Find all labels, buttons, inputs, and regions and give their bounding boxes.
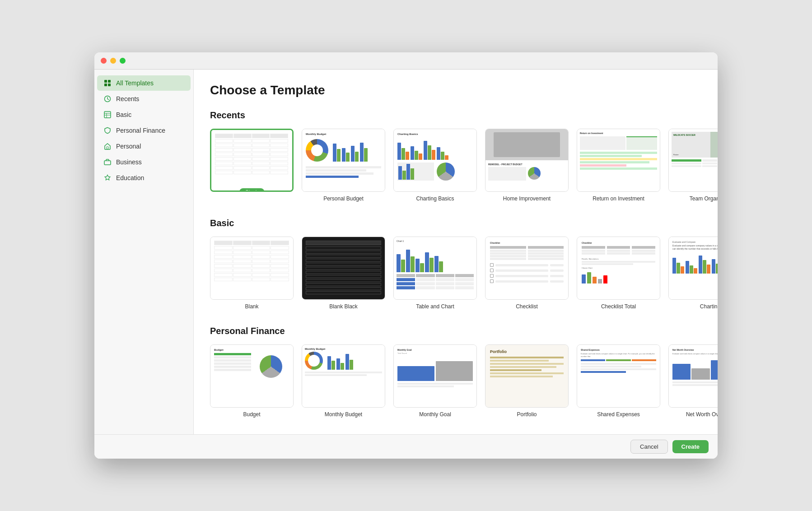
main-container: All Templates Recents <box>94 70 718 434</box>
template-monthly-goal[interactable]: Monthly Goal Total Saved Monthly Goal <box>393 344 477 418</box>
close-button[interactable] <box>101 58 107 64</box>
template-thumb-checklist-total: Checklist <box>577 237 660 300</box>
template-thumb-checklist: Checklist <box>485 237 569 300</box>
sidebar-label-personal-finance: Personal Finance <box>116 127 165 134</box>
template-thumb-charting-basics: Charting Basics <box>393 129 477 192</box>
blank-thumb-content <box>211 130 292 190</box>
template-blank-black[interactable]: Blank Black <box>302 237 385 310</box>
svg-rect-0 <box>104 80 107 83</box>
star-icon <box>103 174 112 182</box>
sidebar-label-education: Education <box>116 174 144 181</box>
sidebar-item-basic[interactable]: Basic <box>97 107 191 122</box>
template-thumb-personal-budget: Monthly Budget <box>302 129 385 192</box>
sidebar-item-personal-finance[interactable]: Personal Finance <box>97 123 191 138</box>
template-team-organizer[interactable]: WILDCATS SOCCER Roster <box>668 129 718 202</box>
template-monthly-budget[interactable]: Monthly Budget <box>302 344 385 418</box>
template-label-budget: Budget <box>243 411 260 418</box>
briefcase-icon <box>103 158 112 166</box>
grid-icon <box>103 79 112 87</box>
template-label-personal-budget: Personal Budget <box>323 195 364 202</box>
template-blank-basic[interactable]: Blank <box>210 237 294 310</box>
template-label-net-worth: Net Worth Overview <box>686 411 718 418</box>
checklist-content: Checklist <box>485 237 568 299</box>
svg-rect-2 <box>104 84 107 86</box>
recents-grid: Blank Monthly Budget <box>210 129 701 202</box>
template-thumb-monthly-goal: Monthly Goal Total Saved <box>393 344 477 408</box>
sidebar-item-education[interactable]: Education <box>97 170 191 186</box>
budget-content: Budget <box>210 345 293 407</box>
svg-rect-5 <box>104 111 111 118</box>
template-label-home-improvement: Home Improvement <box>503 195 551 202</box>
donut-chart <box>306 139 328 162</box>
section-basic: Basic <box>210 218 701 310</box>
shared-expenses-content: Shared Expenses Evaluate and total chart… <box>577 345 660 407</box>
sidebar-item-business[interactable]: Business <box>97 154 191 170</box>
template-label-table-and-chart: Table and Chart <box>416 303 454 310</box>
template-label-blank-basic: Blank <box>245 303 258 310</box>
template-thumb-portfolio: Portfolio <box>485 344 569 408</box>
section-title-recents: Recents <box>210 110 701 121</box>
svg-rect-3 <box>108 84 111 86</box>
template-thumb-home-improvement: REMODEL - PROJECT BUDGET <box>485 129 569 192</box>
cancel-button[interactable]: Cancel <box>630 440 667 454</box>
home-icon <box>103 142 112 150</box>
template-thumb-blank-black <box>302 237 385 300</box>
maximize-button[interactable] <box>120 58 126 64</box>
template-personal-budget[interactable]: Monthly Budget <box>302 129 385 202</box>
personal-finance-grid: Budget <box>210 344 701 418</box>
template-label-charting-basics: Charting Basics <box>416 195 454 202</box>
content-area: Choose a Template Recents <box>194 70 718 434</box>
template-label-monthly-goal: Monthly Goal <box>419 411 451 418</box>
section-title-personal-finance: Personal Finance <box>210 326 701 336</box>
table-chart-content: Chart 1 <box>394 237 476 299</box>
blank-badge: Blank <box>239 188 265 192</box>
section-recents: Recents <box>210 110 701 202</box>
template-charting-basics[interactable]: Charting Basics <box>393 129 477 202</box>
page-title: Choose a Template <box>210 83 701 98</box>
minimize-button[interactable] <box>110 58 116 64</box>
table-icon <box>103 111 112 119</box>
template-shared-expenses[interactable]: Shared Expenses Evaluate and total chart… <box>577 344 660 418</box>
template-thumb-charting: Evaluate and Compare Evaluate and compar… <box>668 237 718 300</box>
sidebar-item-all-templates[interactable]: All Templates <box>97 75 191 91</box>
template-home-improvement[interactable]: REMODEL - PROJECT BUDGET <box>485 129 569 202</box>
template-table-and-chart[interactable]: Chart 1 <box>393 237 477 310</box>
template-thumb-table-and-chart: Chart 1 <box>393 237 477 300</box>
team-content: WILDCATS SOCCER Roster <box>669 129 718 191</box>
template-thumb-budget: Budget <box>210 344 294 408</box>
sidebar-label-business: Business <box>116 158 142 166</box>
sidebar-label-personal: Personal <box>116 143 141 150</box>
blank-basic-content <box>210 237 293 299</box>
sidebar-item-recents[interactable]: Recents <box>97 91 191 107</box>
template-blank-recent[interactable]: Blank <box>210 129 294 202</box>
template-label-team: Team Organiza... <box>690 195 718 202</box>
template-budget[interactable]: Budget <box>210 344 294 418</box>
blank-black-content <box>302 237 385 299</box>
template-thumb-monthly-budget: Monthly Budget <box>302 344 385 408</box>
template-roi[interactable]: Return on Investment <box>577 129 660 202</box>
create-button[interactable]: Create <box>672 440 709 453</box>
template-checklist-total[interactable]: Checklist <box>577 237 660 310</box>
template-label-roi: Return on Investment <box>593 195 644 202</box>
template-label-monthly-budget: Monthly Budget <box>325 411 362 418</box>
traffic-lights <box>101 58 126 64</box>
footer: Cancel Create <box>94 434 718 459</box>
section-title-basic: Basic <box>210 218 701 228</box>
monthly-donut <box>305 352 323 370</box>
home-improvement-content: REMODEL - PROJECT BUDGET <box>485 129 568 191</box>
template-checklist[interactable]: Checklist <box>485 237 569 310</box>
template-label-checklist-total: Checklist Total <box>601 303 636 310</box>
basic-grid: Blank <box>210 237 701 310</box>
template-portfolio[interactable]: Portfolio Portfolio <box>485 344 569 418</box>
template-thumb-net-worth: Net Worth Overview Evaluate and total ch… <box>668 344 718 408</box>
svg-rect-1 <box>108 80 111 83</box>
svg-rect-10 <box>104 161 111 165</box>
sidebar-item-personal[interactable]: Personal <box>97 139 191 154</box>
template-net-worth[interactable]: Net Worth Overview Evaluate and total ch… <box>668 344 718 418</box>
template-label-blank-black: Blank Black <box>329 303 358 310</box>
template-label-checklist: Checklist <box>516 303 538 310</box>
template-charting[interactable]: Evaluate and Compare Evaluate and compar… <box>668 237 718 310</box>
net-worth-content: Net Worth Overview Evaluate and total ch… <box>669 345 718 407</box>
svg-rect-9 <box>107 147 108 149</box>
template-thumb-blank-basic <box>210 237 294 300</box>
